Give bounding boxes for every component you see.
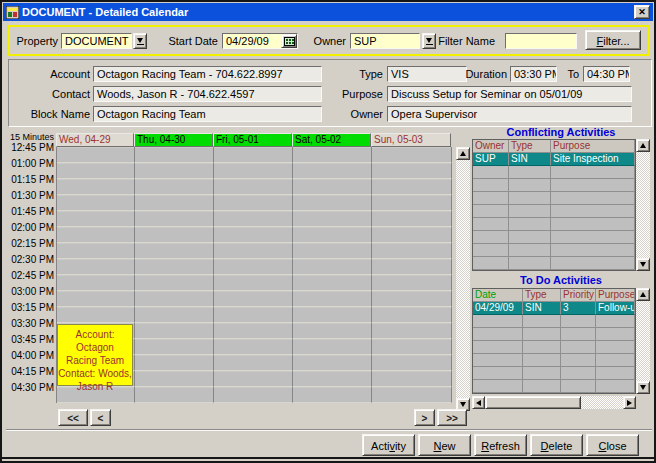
time-slot-cell[interactable] bbox=[135, 307, 214, 323]
day-header[interactable]: Wed, 04-29 bbox=[56, 133, 134, 147]
contact-field[interactable]: Woods, Jason R - 704.622.4597 bbox=[93, 86, 322, 102]
table-row[interactable] bbox=[473, 328, 635, 341]
time-slot-cell[interactable] bbox=[293, 291, 372, 307]
property-field[interactable]: DOCUMENT bbox=[61, 33, 132, 49]
scroll-up-icon[interactable] bbox=[636, 288, 650, 301]
table-row[interactable] bbox=[473, 179, 635, 192]
scroll-track[interactable] bbox=[636, 152, 650, 258]
owner-field[interactable]: SUP bbox=[350, 33, 420, 49]
time-slot-cell[interactable] bbox=[135, 275, 214, 291]
time-slot-cell[interactable] bbox=[57, 243, 135, 259]
time-slot-cell[interactable] bbox=[57, 291, 135, 307]
table-row[interactable] bbox=[473, 367, 635, 380]
time-slot-cell[interactable] bbox=[372, 211, 452, 227]
time-slot-cell[interactable] bbox=[293, 339, 372, 355]
time-slot-cell[interactable] bbox=[214, 147, 293, 163]
purpose-field[interactable]: Discuss Setup for Seminar on 05/01/09 bbox=[387, 86, 632, 102]
time-slot-cell[interactable] bbox=[372, 243, 452, 259]
table-row[interactable] bbox=[473, 166, 635, 179]
prev-page-button[interactable]: << bbox=[58, 409, 88, 426]
owner-dropdown-icon[interactable] bbox=[422, 33, 436, 49]
time-slot-cell[interactable] bbox=[135, 179, 214, 195]
time-slot-cell[interactable] bbox=[372, 195, 452, 211]
time-slot-cell[interactable] bbox=[372, 227, 452, 243]
scroll-left-icon[interactable] bbox=[472, 396, 485, 409]
time-slot-cell[interactable] bbox=[135, 339, 214, 355]
time-slot-cell[interactable] bbox=[57, 195, 135, 211]
time-slot-cell[interactable] bbox=[293, 147, 372, 163]
time-slot-cell[interactable] bbox=[57, 307, 135, 323]
to-field[interactable]: 04:30 PM bbox=[583, 66, 630, 82]
next-page-button[interactable]: >> bbox=[437, 409, 467, 426]
activity-button[interactable]: Activity bbox=[362, 434, 415, 456]
day-header[interactable]: Thu, 04-30 bbox=[134, 133, 213, 147]
scroll-right-icon[interactable] bbox=[623, 396, 636, 409]
time-slot-cell[interactable] bbox=[214, 291, 293, 307]
filter-button[interactable]: Filter... bbox=[585, 30, 641, 50]
time-slot-cell[interactable] bbox=[293, 307, 372, 323]
table-row[interactable] bbox=[473, 257, 635, 270]
time-slot-cell[interactable] bbox=[293, 387, 372, 403]
time-slot-cell[interactable] bbox=[135, 387, 214, 403]
close-button[interactable]: Close bbox=[586, 434, 639, 456]
time-slot-cell[interactable] bbox=[135, 323, 214, 339]
next-day-button[interactable]: > bbox=[414, 409, 435, 426]
time-slot-cell[interactable] bbox=[135, 291, 214, 307]
day-header[interactable]: Sat, 05-02 bbox=[292, 133, 371, 147]
time-slot-cell[interactable] bbox=[372, 355, 452, 371]
type-field[interactable]: VIS bbox=[387, 66, 467, 82]
time-slot-cell[interactable] bbox=[293, 163, 372, 179]
todo-hscrollbar[interactable] bbox=[472, 396, 636, 409]
scroll-track[interactable] bbox=[456, 160, 470, 398]
time-slot-cell[interactable] bbox=[214, 355, 293, 371]
time-slot-cell[interactable] bbox=[293, 323, 372, 339]
time-slot-cell[interactable] bbox=[372, 275, 452, 291]
time-slot-cell[interactable] bbox=[372, 387, 452, 403]
scroll-thumb[interactable] bbox=[485, 396, 581, 409]
table-row[interactable]: 04/29/09SIN3Follow-up bbox=[473, 302, 635, 315]
time-slot-cell[interactable] bbox=[372, 371, 452, 387]
table-row[interactable] bbox=[473, 244, 635, 257]
time-slot-cell[interactable] bbox=[293, 371, 372, 387]
time-slot-cell[interactable] bbox=[372, 323, 452, 339]
time-slot-cell[interactable] bbox=[214, 227, 293, 243]
day-header[interactable]: Fri, 05-01 bbox=[213, 133, 292, 147]
time-slot-cell[interactable] bbox=[57, 179, 135, 195]
time-slot-cell[interactable] bbox=[372, 163, 452, 179]
time-slot-cell[interactable] bbox=[214, 323, 293, 339]
time-slot-cell[interactable] bbox=[293, 355, 372, 371]
time-slot-cell[interactable] bbox=[293, 195, 372, 211]
time-slot-cell[interactable] bbox=[214, 387, 293, 403]
refresh-button[interactable]: Refresh bbox=[474, 434, 527, 456]
time-slot-cell[interactable] bbox=[57, 227, 135, 243]
time-slot-cell[interactable] bbox=[293, 259, 372, 275]
time-slot-cell[interactable] bbox=[135, 163, 214, 179]
account-field[interactable]: Octagon Racing Team - 704.622.8997 bbox=[93, 66, 322, 82]
time-slot-cell[interactable] bbox=[214, 371, 293, 387]
new-button[interactable]: New bbox=[418, 434, 471, 456]
time-slot-cell[interactable] bbox=[293, 275, 372, 291]
details-owner-field[interactable]: Opera Supervisor bbox=[387, 106, 632, 122]
time-slot-cell[interactable] bbox=[293, 227, 372, 243]
time-slot-cell[interactable] bbox=[214, 195, 293, 211]
time-slot-cell[interactable] bbox=[293, 243, 372, 259]
time-slot-cell[interactable] bbox=[135, 243, 214, 259]
time-slot-cell[interactable] bbox=[372, 259, 452, 275]
table-row[interactable] bbox=[473, 231, 635, 244]
table-row[interactable] bbox=[473, 380, 635, 393]
table-row[interactable] bbox=[473, 315, 635, 328]
block-name-field[interactable]: Octagon Racing Team bbox=[93, 106, 322, 122]
conflicting-vscrollbar[interactable] bbox=[636, 139, 650, 271]
scroll-up-icon[interactable] bbox=[456, 147, 470, 160]
time-slot-cell[interactable] bbox=[372, 339, 452, 355]
time-slot-cell[interactable] bbox=[214, 211, 293, 227]
time-slot-cell[interactable] bbox=[293, 179, 372, 195]
time-slot-cell[interactable] bbox=[57, 163, 135, 179]
time-slot-cell[interactable] bbox=[57, 259, 135, 275]
time-slot-cell[interactable] bbox=[214, 307, 293, 323]
time-slot-cell[interactable] bbox=[214, 163, 293, 179]
calendar-vscrollbar[interactable] bbox=[456, 147, 470, 411]
scroll-track[interactable] bbox=[636, 301, 650, 381]
time-slot-cell[interactable] bbox=[57, 275, 135, 291]
time-slot-cell[interactable] bbox=[214, 339, 293, 355]
